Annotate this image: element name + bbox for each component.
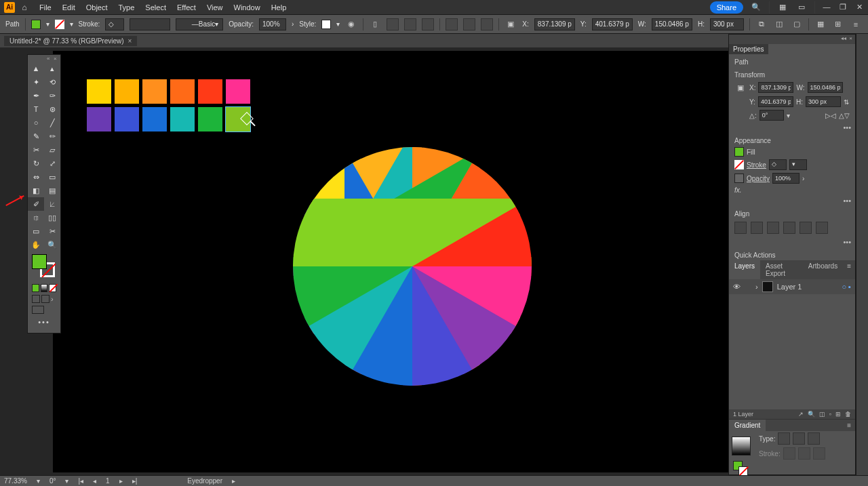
layer-row[interactable]: 👁 › Layer 1 ○ ▪: [729, 279, 855, 294]
find-layer-icon[interactable]: 🔍: [808, 411, 815, 418]
align-left-button[interactable]: [734, 222, 747, 234]
prefs-icon[interactable]: ≡: [850, 18, 862, 31]
measure-tool[interactable]: ⟀: [44, 197, 60, 211]
align-right-button[interactable]: [767, 222, 779, 234]
align-left-icon[interactable]: [387, 18, 399, 31]
fill-swatch[interactable]: [31, 20, 41, 29]
blend-tool[interactable]: ⎅: [28, 211, 44, 224]
align-right-icon[interactable]: [422, 18, 434, 31]
menu-help[interactable]: Help: [266, 2, 292, 13]
stroke-swatch[interactable]: [734, 160, 744, 169]
panel-menu-icon[interactable]: ≡: [843, 420, 855, 431]
palette-swatch[interactable]: [198, 107, 222, 131]
tab-asset-export[interactable]: Asset Export: [760, 260, 803, 279]
stroke-profile[interactable]: ▾: [789, 159, 807, 170]
document-tab[interactable]: Untitled-2* @ 77.33 % (RGB/Preview) ×: [4, 36, 137, 46]
transform-ref-icon[interactable]: ▣: [505, 18, 517, 31]
color-wheel[interactable]: [293, 147, 532, 386]
close-icon[interactable]: ✕: [854, 3, 864, 12]
lasso-tool[interactable]: ⟲: [44, 75, 60, 89]
artboard-tool[interactable]: ▭: [28, 224, 44, 238]
x-input[interactable]: 837.1309 p: [534, 18, 575, 31]
new-layer-icon[interactable]: ⊞: [835, 411, 841, 418]
palette-swatch[interactable]: [170, 79, 195, 104]
align-vcenter-icon[interactable]: [463, 18, 475, 31]
collapse-icon[interactable]: «: [47, 56, 52, 61]
tab-close-icon[interactable]: ×: [128, 37, 132, 45]
zoom-level[interactable]: 77.33%: [4, 477, 27, 485]
menu-select[interactable]: Select: [140, 2, 172, 13]
stroke-label[interactable]: Stroke: [747, 161, 766, 169]
align-vcenter-button[interactable]: [800, 222, 812, 234]
curvature-tool[interactable]: ✑: [44, 89, 60, 102]
free-transform-tool[interactable]: ▭: [44, 170, 60, 184]
chevron-down-icon[interactable]: ▾: [787, 112, 790, 119]
more-options-icon[interactable]: •••: [839, 237, 855, 247]
line-tool[interactable]: ╱: [44, 116, 60, 129]
align-group-icon[interactable]: ▯: [369, 18, 381, 31]
artboard-number[interactable]: 1: [106, 477, 110, 485]
rotate-tool[interactable]: ↻: [28, 157, 44, 170]
tab-artboards[interactable]: Artboards: [803, 260, 843, 279]
shape-builder-tool[interactable]: ◧: [28, 184, 44, 197]
palette-swatch[interactable]: [87, 107, 111, 131]
tab-layers[interactable]: Layers: [729, 260, 760, 279]
pen-tool[interactable]: ✒: [28, 89, 44, 102]
menu-edit[interactable]: Edit: [57, 2, 81, 13]
chevron-down-icon[interactable]: ▾: [46, 20, 50, 28]
width-tool[interactable]: ⇔: [28, 170, 44, 184]
stroke-weight-input[interactable]: ◇: [105, 18, 124, 31]
menu-effect[interactable]: Effect: [172, 2, 201, 13]
fill-indicator[interactable]: [32, 254, 47, 269]
arrange-icon[interactable]: ▦: [776, 1, 789, 14]
chevron-down-icon[interactable]: ▾: [37, 477, 40, 485]
align-hcenter-button[interactable]: [751, 222, 763, 234]
prop-w-input[interactable]: [808, 82, 843, 93]
search-icon[interactable]: 🔍: [750, 1, 762, 14]
prop-y-input[interactable]: [758, 96, 793, 107]
shaper-tool[interactable]: ✂: [28, 143, 44, 157]
gradient-tool[interactable]: ▤: [44, 184, 60, 197]
align-top-button[interactable]: [783, 222, 795, 234]
more-options-icon[interactable]: •••: [839, 195, 855, 206]
zoom-tool[interactable]: 🔍: [44, 238, 60, 251]
stroke-swatch[interactable]: [55, 20, 64, 29]
restore-icon[interactable]: ❐: [838, 3, 848, 12]
disclosure-icon[interactable]: ›: [755, 283, 758, 291]
menu-view[interactable]: View: [201, 2, 229, 13]
eyedropper-tool[interactable]: ✐: [28, 197, 44, 211]
blob-brush-tool[interactable]: ✏: [44, 129, 60, 143]
fx-label[interactable]: fx.: [734, 186, 742, 194]
right-dock-collapsed[interactable]: [856, 34, 868, 475]
isolate-icon[interactable]: ◫: [773, 18, 785, 31]
opacity-more-icon[interactable]: ›: [292, 20, 294, 28]
brush-def[interactable]: — Basic ▾: [176, 18, 223, 31]
direct-select-tool[interactable]: ▴: [44, 62, 60, 75]
palette-swatch[interactable]: [115, 107, 139, 131]
gradient-mode-icon[interactable]: [41, 284, 48, 292]
column-graph-tool[interactable]: ▯▯: [44, 211, 60, 224]
panel-menu-icon[interactable]: ≡: [843, 260, 855, 279]
snap-icon[interactable]: ⊞: [832, 18, 844, 31]
link-wh-icon[interactable]: ⇅: [844, 98, 849, 106]
status-more-icon[interactable]: ▸: [232, 477, 235, 485]
menu-type[interactable]: Type: [113, 2, 140, 13]
scale-tool[interactable]: ⤢: [44, 157, 60, 170]
palette-swatch[interactable]: [142, 107, 167, 131]
magic-wand-tool[interactable]: ✦: [28, 75, 44, 89]
delete-layer-icon[interactable]: 🗑: [845, 411, 851, 418]
reference-point-icon[interactable]: ▣: [734, 81, 747, 94]
stroke-weight-input[interactable]: ◇: [769, 159, 787, 170]
grad-stroke-icon[interactable]: [738, 466, 748, 476]
rotate-view[interactable]: 0°: [50, 477, 56, 485]
layer-name[interactable]: Layer 1: [777, 283, 802, 291]
new-sublayer-icon[interactable]: ▫: [829, 411, 831, 418]
selection-tool[interactable]: ▲: [28, 62, 44, 75]
minimize-icon[interactable]: —: [822, 3, 831, 12]
draw-normal-icon[interactable]: [32, 295, 40, 303]
fill-stroke-indicator[interactable]: [32, 254, 56, 280]
touch-type-tool[interactable]: ⊛: [44, 102, 60, 116]
close-icon[interactable]: ×: [849, 35, 852, 43]
var-width-profile[interactable]: [130, 18, 170, 31]
none-mode-icon[interactable]: [49, 284, 56, 292]
